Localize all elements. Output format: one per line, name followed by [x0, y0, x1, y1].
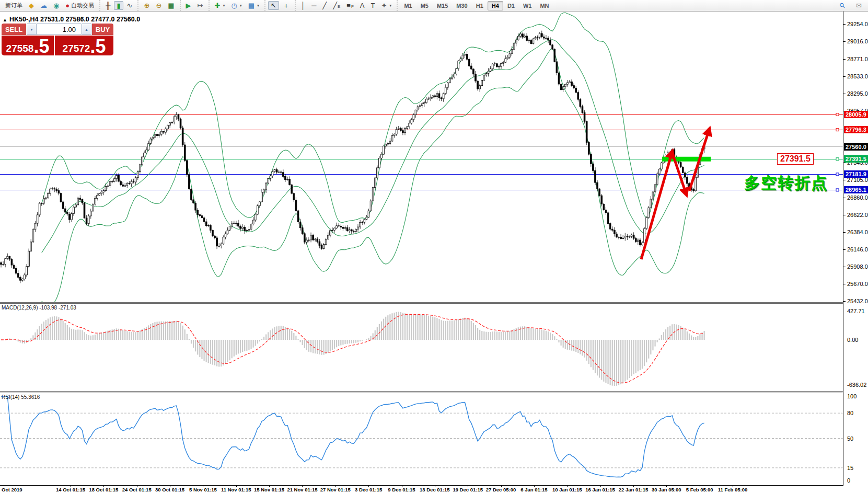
- line-chart-button[interactable]: ∿: [124, 1, 135, 10]
- tf-m1[interactable]: M1: [400, 1, 416, 10]
- vertical-line-button[interactable]: │: [298, 1, 308, 10]
- time-axis-label: 6 Jan 01:15: [520, 487, 547, 492]
- indicators-button[interactable]: ✚▾: [212, 1, 228, 10]
- price-tick: [843, 94, 846, 94]
- tf-mn[interactable]: MN: [536, 1, 553, 10]
- toolbar-group: ╫▮∿: [99, 0, 137, 11]
- buy-button[interactable]: BUY: [92, 24, 113, 35]
- toolbar-right-icons: ⚲✉: [837, 0, 865, 11]
- price-tick: [843, 198, 846, 198]
- sell-price-frac: .5: [33, 39, 49, 54]
- signals-icon: ◉: [53, 2, 59, 9]
- auto-scroll-icon: ▶: [186, 2, 191, 9]
- time-axis[interactable]: Oct 201914 Oct 01:1518 Oct 01:1524 Oct 0…: [0, 486, 868, 493]
- chevron-down-icon[interactable]: ▾: [389, 3, 391, 8]
- panel-separator[interactable]: [0, 391, 843, 392]
- rsi-indicator-panel[interactable]: [0, 393, 843, 485]
- toolbar-group: ▶↦: [180, 0, 209, 11]
- tf-m5[interactable]: M5: [416, 1, 433, 10]
- horizontal-line-button[interactable]: ─: [309, 1, 319, 10]
- toolbar-group: ✚▾◷▾▤▾: [209, 0, 265, 11]
- price-tick-label: 25670.0: [847, 281, 868, 287]
- channel-icon-letter: E: [338, 4, 340, 9]
- new-order-button[interactable]: 新订单: [3, 1, 25, 10]
- market-watch-icon: ☁: [40, 2, 47, 9]
- periods-button[interactable]: ◷▾: [228, 1, 244, 10]
- price-level-badge: 27391.5: [844, 155, 868, 163]
- channel-icon: ╱: [333, 2, 337, 9]
- symbol-info-line: ▲HK50-,H4 27531.0 27586.0 27477.0 27560.…: [3, 16, 140, 23]
- price-tick: [843, 41, 846, 42]
- signals-button[interactable]: ◉: [51, 1, 62, 10]
- channel-button[interactable]: ╱E: [330, 1, 343, 10]
- text-button[interactable]: A: [357, 1, 367, 10]
- text-label-icon: T: [371, 2, 375, 9]
- text-label-button[interactable]: T: [368, 1, 378, 10]
- one-click-trading-widget: SELL ▾ 1.00 ▴ BUY 27558.5 27572.5: [2, 24, 113, 55]
- price-tick: [843, 180, 846, 180]
- price-tick: [843, 76, 846, 77]
- cursor-button[interactable]: ↖: [268, 1, 279, 10]
- macd-axis-label: 0.00: [847, 337, 858, 343]
- sell-price[interactable]: 27558.5: [2, 36, 54, 55]
- fibonacci-button[interactable]: ≡F: [344, 1, 356, 10]
- price-axis[interactable]: 29254.029016.028771.028533.028295.028057…: [843, 12, 868, 486]
- mt4-window: 新订单◆☁◉●自动交易╫▮∿⊕⊖▦▶↦✚▾◷▾▤▾↖＋│─╱╱E≡FAT✦▾M1…: [0, 0, 868, 493]
- new-order-button-label: 新订单: [5, 2, 22, 9]
- chinese-annotation-text[interactable]: 多空转折点: [744, 173, 828, 194]
- trendline-button[interactable]: ╱: [320, 1, 329, 10]
- tf-m30[interactable]: M30: [452, 1, 471, 10]
- bar-chart-button[interactable]: ╫: [103, 1, 113, 10]
- time-axis-label: 11 Feb 05:00: [718, 487, 748, 492]
- profiles-button[interactable]: ◆: [26, 1, 37, 10]
- volume-increase-button[interactable]: ▴: [82, 24, 91, 35]
- trendline-icon: ╱: [322, 2, 327, 9]
- tf-m15[interactable]: M15: [433, 1, 452, 10]
- crosshair-button[interactable]: ＋: [280, 1, 292, 10]
- time-axis-label: 10 Jan 01:15: [552, 487, 582, 492]
- volume-decrease-button[interactable]: ▾: [27, 24, 37, 35]
- macd-indicator-panel[interactable]: [0, 304, 843, 391]
- candlestick-button[interactable]: ▮: [114, 1, 123, 10]
- indicators-icon: ✚: [215, 2, 221, 9]
- tf-h4[interactable]: H4: [488, 1, 503, 10]
- zoom-in-icon: ⊕: [144, 2, 149, 9]
- chart-shift-icon: ↦: [198, 2, 203, 9]
- main-price-chart[interactable]: [0, 12, 843, 303]
- zoom-in-button[interactable]: ⊕: [141, 1, 152, 10]
- panel-separator[interactable]: [0, 302, 843, 303]
- auto-scroll-button[interactable]: ▶: [183, 1, 194, 10]
- price-tick: [843, 301, 846, 302]
- macd-label: MACD(12,26,9) -103.98 -271.03: [2, 305, 76, 311]
- chevron-down-icon[interactable]: ▾: [240, 3, 242, 8]
- tf-d1[interactable]: D1: [503, 1, 519, 10]
- macd-axis-label: 427.71: [847, 308, 865, 314]
- search-icon: ⚲: [838, 2, 846, 10]
- chart-shift-button[interactable]: ↦: [195, 1, 206, 10]
- symbol-ohlc-values: 27531.0 27586.0 27477.0 27560.0: [40, 16, 140, 23]
- chevron-down-icon[interactable]: ▾: [257, 3, 259, 8]
- price-callout-label[interactable]: 27391.5: [777, 153, 814, 165]
- tf-h1[interactable]: H1: [472, 1, 488, 10]
- search-button[interactable]: ⚲: [837, 1, 848, 10]
- buy-price[interactable]: 27572.5: [55, 36, 113, 55]
- market-watch-button[interactable]: ☁: [38, 1, 50, 10]
- tf-w1[interactable]: W1: [519, 1, 536, 10]
- price-tick-label: 25432.0: [847, 298, 868, 304]
- zoom-out-button[interactable]: ⊖: [153, 1, 164, 10]
- price-tick-label: 28771.0: [847, 56, 868, 62]
- buy-price-main: 27572: [63, 42, 90, 54]
- templates-button[interactable]: ▤▾: [246, 1, 262, 10]
- tile-windows-button[interactable]: ▦: [165, 1, 177, 10]
- price-tick-label: 25908.0: [847, 263, 868, 270]
- sell-button[interactable]: SELL: [2, 24, 26, 35]
- volume-input[interactable]: 1.00: [37, 24, 81, 35]
- time-axis-label: 5 Nov 01:15: [189, 487, 217, 492]
- fibonacci-icon: ≡: [346, 2, 351, 9]
- chat-button[interactable]: ✉: [853, 1, 864, 10]
- price-level-badge: 27560.0: [844, 143, 868, 151]
- chevron-down-icon[interactable]: ▾: [223, 3, 225, 8]
- shapes-button[interactable]: ✦▾: [378, 1, 394, 10]
- time-axis-label: 13 Dec 01:15: [420, 487, 450, 492]
- autotrading-button[interactable]: ●自动交易: [63, 1, 97, 10]
